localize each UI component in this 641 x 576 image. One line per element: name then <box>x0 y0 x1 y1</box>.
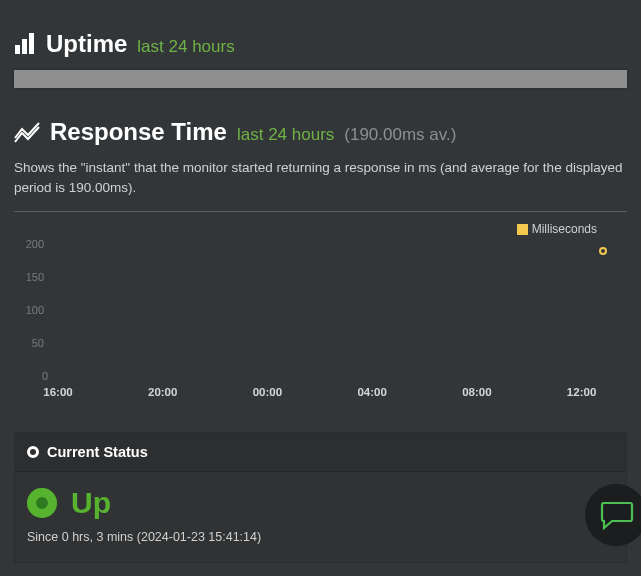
legend-swatch <box>517 224 528 235</box>
trend-icon <box>14 121 40 143</box>
x-tick: 16:00 <box>43 386 72 398</box>
response-time-chart[interactable]: Milliseconds 0 5010015020016:0020:0000:0… <box>14 218 627 406</box>
current-status-card: Current Status Up Since 0 hrs, 3 mins (2… <box>14 432 627 563</box>
current-status-title: Current Status <box>47 444 148 460</box>
y-tick-zero: 0 <box>42 370 48 382</box>
status-value: Up <box>71 486 111 520</box>
uptime-heading: Uptime last 24 hours <box>0 30 641 58</box>
x-tick: 08:00 <box>462 386 491 398</box>
response-time-heading: Response Time last 24 hours (190.00ms av… <box>0 118 641 146</box>
response-time-title: Response Time <box>50 118 227 146</box>
uptime-bar[interactable] <box>14 70 627 88</box>
chart-datapoint[interactable] <box>599 247 607 255</box>
status-since: Since 0 hrs, 3 mins (2024-01-23 15:41:14… <box>27 530 614 544</box>
current-status-header: Current Status <box>15 433 626 472</box>
uptime-title: Uptime <box>46 30 127 58</box>
svg-rect-2 <box>29 33 34 54</box>
status-indicator-icon <box>27 488 57 518</box>
y-tick: 150 <box>18 271 44 283</box>
uptime-subtitle: last 24 hours <box>137 37 234 57</box>
bar-chart-icon <box>14 33 36 55</box>
chat-icon <box>598 499 634 531</box>
response-time-description: Shows the "instant" that the monitor sta… <box>14 158 627 197</box>
x-tick: 20:00 <box>148 386 177 398</box>
chat-button[interactable] <box>585 484 641 546</box>
status-row: Up <box>27 486 614 520</box>
y-tick: 100 <box>18 304 44 316</box>
response-time-avg: (190.00ms av.) <box>344 125 456 145</box>
svg-rect-0 <box>15 45 20 54</box>
x-tick: 12:00 <box>567 386 596 398</box>
y-tick: 200 <box>18 238 44 250</box>
x-tick: 00:00 <box>253 386 282 398</box>
divider <box>14 211 627 212</box>
record-icon <box>27 446 39 458</box>
y-tick: 50 <box>18 337 44 349</box>
chart-legend: Milliseconds <box>14 218 627 238</box>
response-time-subtitle: last 24 hours <box>237 125 334 145</box>
legend-label: Milliseconds <box>532 222 597 236</box>
x-tick: 04:00 <box>357 386 386 398</box>
svg-rect-1 <box>22 39 27 54</box>
